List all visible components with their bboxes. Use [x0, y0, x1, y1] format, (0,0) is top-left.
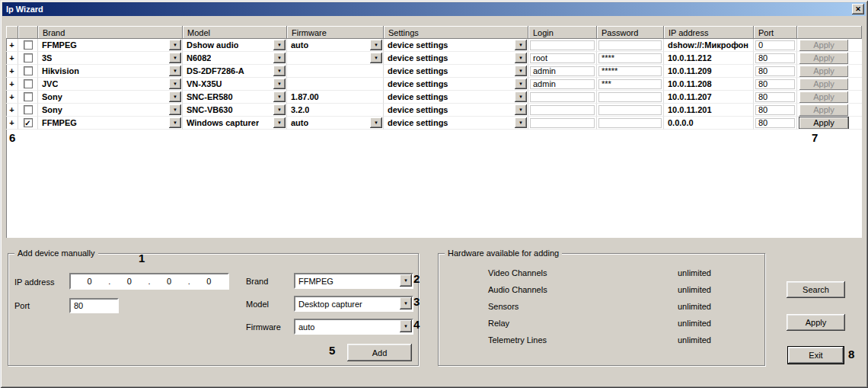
dropdown-arrow-icon[interactable]: ▼ [515, 104, 527, 115]
apply-button[interactable]: Apply [787, 314, 845, 331]
dropdown-arrow-icon[interactable]: ▼ [515, 40, 527, 50]
dropdown-arrow-icon[interactable]: ▼ [400, 320, 412, 332]
dropdown-arrow-icon[interactable]: ▼ [273, 91, 286, 102]
ip-address-input[interactable]: 0 . 0 . 0 . 0 [69, 273, 229, 290]
dropdown-arrow-icon[interactable]: ▼ [400, 274, 412, 287]
row-apply-button[interactable]: Apply [799, 117, 848, 129]
header-settings[interactable]: Settings [384, 26, 528, 39]
search-button[interactable]: Search [787, 281, 845, 298]
row-checkbox[interactable]: ✓ [18, 117, 38, 130]
dropdown-arrow-icon[interactable]: ▼ [273, 79, 286, 89]
header-ip-address[interactable]: IP address [664, 26, 754, 39]
row-checkbox[interactable] [18, 78, 38, 91]
header-model[interactable]: Model [183, 26, 287, 39]
header-brand[interactable]: Brand [38, 26, 183, 39]
dropdown-arrow-icon[interactable]: ▼ [169, 79, 181, 89]
login-cell[interactable]: admin [528, 78, 597, 91]
firmware-cell[interactable] [287, 78, 384, 91]
port-cell[interactable]: 80 [754, 65, 797, 78]
port-cell[interactable]: 80 [754, 117, 797, 130]
model-cell[interactable]: Dshow audio▼ [183, 39, 287, 52]
firmware-cell[interactable]: auto▼ [287, 39, 384, 52]
settings-cell[interactable]: device settings▼ [384, 104, 528, 117]
login-cell[interactable] [528, 117, 597, 130]
row-apply-button[interactable]: Apply [799, 40, 848, 51]
model-cell[interactable]: N6082▼ [183, 52, 287, 65]
ip-cell[interactable]: 0.0.0.0 [664, 117, 754, 130]
dropdown-arrow-icon[interactable]: ▼ [169, 91, 181, 102]
dropdown-arrow-icon[interactable]: ▼ [169, 53, 181, 63]
dropdown-arrow-icon[interactable]: ▼ [169, 66, 181, 76]
port-cell[interactable]: 80 [754, 78, 797, 91]
header-login[interactable]: Login [528, 26, 597, 39]
settings-cell[interactable]: device settings▼ [384, 117, 528, 130]
dropdown-arrow-icon[interactable]: ▼ [515, 66, 527, 76]
model-cell[interactable]: SNC-ER580▼ [183, 91, 287, 104]
login-cell[interactable]: admin [528, 65, 597, 78]
settings-cell[interactable]: device settings▼ [384, 65, 528, 78]
model-cell[interactable]: VN-X35U▼ [183, 78, 287, 91]
firmware-cell[interactable]: auto▼ [287, 117, 384, 130]
ip-cell[interactable]: dshow://:Микрофон [664, 39, 754, 52]
brand-cell[interactable]: JVC▼ [38, 78, 183, 91]
ip-cell[interactable]: 10.0.11.201 [664, 104, 754, 117]
dropdown-arrow-icon[interactable]: ▼ [273, 117, 286, 128]
dropdown-arrow-icon[interactable]: ▼ [515, 91, 527, 102]
exit-button[interactable]: Exit [788, 347, 844, 364]
row-expand-toggle[interactable]: + [6, 104, 18, 117]
firmware-cell[interactable] [287, 65, 384, 78]
dropdown-arrow-icon[interactable]: ▼ [370, 40, 382, 50]
dropdown-arrow-icon[interactable]: ▼ [273, 104, 286, 115]
model-cell[interactable]: Windows capturer▼ [183, 117, 287, 130]
row-apply-button[interactable]: Apply [799, 91, 848, 103]
row-checkbox[interactable] [18, 104, 38, 117]
row-expand-toggle[interactable]: + [6, 91, 18, 104]
dropdown-arrow-icon[interactable]: ▼ [515, 53, 527, 63]
brand-cell[interactable]: Hikvision▼ [38, 65, 183, 78]
row-apply-button[interactable]: Apply [799, 104, 848, 116]
firmware-select[interactable]: auto ▼ [294, 319, 413, 335]
brand-cell[interactable]: Sony▼ [38, 91, 183, 104]
row-apply-button[interactable]: Apply [799, 66, 848, 77]
port-cell[interactable]: 80 [754, 52, 797, 65]
dropdown-arrow-icon[interactable]: ▼ [515, 79, 527, 89]
password-cell[interactable] [597, 104, 664, 117]
dropdown-arrow-icon[interactable]: ▼ [515, 117, 527, 128]
model-cell[interactable]: DS-2DF7286-A▼ [183, 65, 287, 78]
header-firmware[interactable]: Firmware [287, 26, 384, 39]
password-cell[interactable] [597, 39, 664, 52]
model-select[interactable]: Desktop capturer ▼ [294, 296, 413, 312]
firmware-cell[interactable]: ▼ [287, 52, 384, 65]
row-expand-toggle[interactable]: + [6, 117, 18, 130]
port-cell[interactable]: 80 [754, 91, 797, 104]
password-cell[interactable]: ***** [597, 65, 664, 78]
row-expand-toggle[interactable]: + [6, 52, 18, 65]
firmware-cell[interactable]: 3.2.0 [287, 104, 384, 117]
row-checkbox[interactable] [18, 91, 38, 104]
port-cell[interactable]: 80 [754, 104, 797, 117]
login-cell[interactable] [528, 91, 597, 104]
close-button[interactable]: ✕ [852, 4, 864, 14]
model-cell[interactable]: SNC-VB630▼ [183, 104, 287, 117]
brand-cell[interactable]: FFMPEG▼ [38, 117, 183, 130]
login-cell[interactable] [528, 104, 597, 117]
row-apply-button[interactable]: Apply [799, 79, 848, 90]
ip-cell[interactable]: 10.0.11.212 [664, 52, 754, 65]
password-cell[interactable]: *** [597, 78, 664, 91]
add-button[interactable]: Add [347, 344, 412, 361]
brand-cell[interactable]: 3S▼ [38, 52, 183, 65]
title-bar[interactable]: Ip Wizard ✕ [2, 2, 866, 16]
header-port[interactable]: Port [754, 26, 797, 39]
header-password[interactable]: Password [597, 26, 664, 39]
row-expand-toggle[interactable]: + [6, 65, 18, 78]
password-cell[interactable] [597, 117, 664, 130]
settings-cell[interactable]: device settings▼ [384, 52, 528, 65]
brand-cell[interactable]: Sony▼ [38, 104, 183, 117]
login-cell[interactable]: root [528, 52, 597, 65]
password-cell[interactable]: **** [597, 52, 664, 65]
dropdown-arrow-icon[interactable]: ▼ [169, 40, 181, 50]
ip-cell[interactable]: 10.0.11.207 [664, 91, 754, 104]
dropdown-arrow-icon[interactable]: ▼ [370, 117, 382, 128]
ip-cell[interactable]: 10.0.11.208 [664, 78, 754, 91]
port-cell[interactable]: 0 [754, 39, 797, 52]
